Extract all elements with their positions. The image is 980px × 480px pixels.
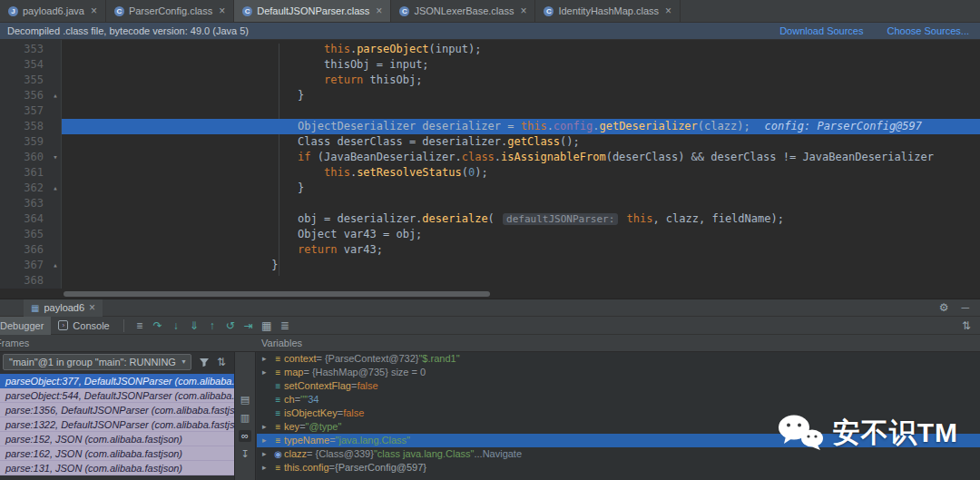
line-number[interactable]: 358 — [0, 119, 44, 134]
code-text: obj = deserializer.deserialze( defaultJS… — [62, 211, 784, 227]
filter-threads-icon[interactable] — [199, 357, 210, 367]
variable-row[interactable]: ≡isObjectKey = false — [257, 407, 980, 420]
close-tab-icon[interactable]: × — [665, 5, 671, 17]
line-number[interactable]: 356 — [0, 88, 44, 103]
thread-selector-dropdown[interactable]: "main"@1 in group "main": RUNNING ▼ — [3, 354, 191, 370]
chevron-down-icon: ▼ — [181, 355, 187, 369]
stack-frame-row[interactable]: parse:131, JSON (com.alibaba.fastjson) — [0, 461, 234, 475]
line-number[interactable]: 364 — [0, 211, 44, 227]
download-sources-link[interactable]: Download Sources — [779, 25, 863, 36]
editor-tab[interactable]: CDefaultJSONParser.class× — [234, 0, 391, 22]
frames-side-toolbar: ▤▥∞↧ — [234, 352, 256, 480]
debug-session-label: payload6 — [44, 302, 84, 313]
line-number[interactable]: 362 — [0, 181, 44, 196]
variable-type-icon: ≡ — [272, 352, 284, 366]
code-editor[interactable]: 353this.parseObject(input);354thisObj = … — [0, 40, 980, 289]
line-number[interactable]: 357 — [0, 103, 44, 119]
line-number[interactable]: 365 — [0, 227, 44, 242]
code-line-359: 359Class deserClass = deserializer.getCl… — [0, 134, 980, 150]
editor-tab[interactable]: Jpayload6.java× — [0, 0, 106, 22]
variable-row[interactable]: ▸≡key = "@type" — [257, 420, 980, 434]
stack-frame-row[interactable]: parse:1356, DefaultJSONParser (com.aliba… — [0, 403, 234, 417]
variable-row[interactable]: ≡setContextFlag = false — [257, 379, 980, 393]
code-token: ObjectDeserializer deserializer = — [298, 120, 521, 132]
variable-row[interactable]: ▸≡typeName = "java.lang.Class" — [257, 434, 980, 447]
line-number[interactable]: 366 — [0, 242, 44, 258]
close-tab-icon[interactable]: × — [376, 5, 382, 17]
line-number[interactable]: 353 — [0, 42, 44, 57]
hide-toolwindow-icon[interactable]: ─ — [961, 301, 969, 314]
line-number[interactable]: 354 — [0, 57, 44, 73]
expand-arrow-icon[interactable]: ▸ — [262, 434, 272, 447]
fold-down-icon[interactable]: ▾ — [50, 150, 61, 165]
variable-row[interactable]: ▸≡this.config = {ParserConfig@597} — [257, 461, 980, 475]
debug-session-tab[interactable]: ▦ payload6 × — [24, 299, 103, 317]
editor-tab[interactable]: CParserConfig.class× — [106, 0, 234, 22]
code-line-358: 358ObjectDeserializer deserializer = thi… — [0, 119, 980, 134]
more-options-icon[interactable]: ≣ — [276, 317, 294, 335]
line-number[interactable]: 363 — [0, 196, 44, 211]
scroll-to-selection-icon[interactable]: ↧ — [240, 448, 249, 460]
debugger-inline-value: config: ParserConfig@597 — [765, 119, 922, 134]
step-out-icon[interactable]: ↑ — [203, 317, 221, 335]
line-number[interactable]: 359 — [0, 134, 44, 150]
step-over-icon[interactable]: ↷ — [149, 317, 167, 335]
tab-debugger[interactable]: Debugger — [0, 317, 51, 335]
line-number[interactable]: 367 — [0, 258, 44, 273]
code-token: ( — [462, 166, 468, 179]
close-tab-icon[interactable]: × — [520, 5, 526, 17]
copy-stack-icon[interactable]: ▤ — [240, 394, 250, 406]
expand-arrow-icon[interactable]: ▸ — [262, 366, 272, 379]
stack-frame-row[interactable]: parseObject:377, DefaultJSONParser (com.… — [0, 374, 234, 388]
expand-arrow-icon[interactable]: ▸ — [262, 352, 272, 366]
line-number[interactable]: 360 — [0, 150, 44, 165]
stack-frame-row[interactable]: parseObject:544, DefaultJSONParser (com.… — [0, 388, 234, 403]
editor-tab-label: JSONLexerBase.class — [414, 5, 514, 16]
code-token: deserialze — [422, 212, 487, 225]
variable-row[interactable]: ▸≡map = {HashMap@735} size = 0 — [257, 366, 980, 379]
step-into-icon[interactable]: ↓ — [167, 317, 185, 335]
fold-up-icon[interactable]: ▴ — [50, 181, 61, 196]
toolbar-more-icon[interactable]: ⇅ — [962, 319, 980, 332]
restore-layout-icon[interactable]: ≡ — [131, 317, 149, 335]
expand-arrow-icon[interactable]: ▸ — [262, 447, 272, 461]
expand-arrow-icon[interactable]: ▸ — [262, 420, 272, 434]
editor-tab[interactable]: CJSONLexerBase.class× — [391, 0, 535, 22]
line-number[interactable]: 355 — [0, 73, 44, 88]
variable-type-icon: ≡ — [272, 461, 284, 475]
editor-tab[interactable]: CIdentityHashMap.class× — [535, 0, 681, 22]
stack-frame-row[interactable]: parse:162, JSON (com.alibaba.fastjson) — [0, 446, 234, 461]
line-number[interactable]: 361 — [0, 165, 44, 181]
tab-console[interactable]: › Console — [51, 317, 116, 335]
fold-up-icon[interactable]: ▴ — [50, 88, 61, 103]
close-tab-icon[interactable]: × — [219, 5, 225, 17]
variable-row[interactable]: ≡ch = '"' 34 — [257, 393, 980, 407]
choose-sources-link[interactable]: Choose Sources... — [887, 25, 970, 36]
evaluate-expression-icon[interactable]: ▦ — [258, 317, 276, 335]
drop-frame-icon[interactable]: ↺ — [221, 317, 240, 335]
close-session-icon[interactable]: × — [89, 301, 95, 314]
variable-type-icon: ≡ — [272, 407, 284, 420]
fold-up-icon[interactable]: ▴ — [50, 258, 61, 273]
navigate-link[interactable]: Navigate — [483, 447, 522, 461]
variable-type-icon: ≡ — [272, 379, 284, 393]
variable-value: {ParserConfig@597} — [335, 461, 426, 475]
force-step-into-icon[interactable]: ⇓ — [185, 317, 203, 335]
thread-options-icon[interactable]: ⇅ — [217, 354, 226, 370]
stack-frame-row[interactable]: parse:152, JSON (com.alibaba.fastjson) — [0, 432, 234, 446]
variable-row[interactable]: ▸≡context = {ParseContext@732} "$.rand1" — [257, 352, 980, 366]
variable-type-icon: ≡ — [272, 434, 284, 447]
line-number[interactable]: 368 — [0, 273, 44, 289]
close-tab-icon[interactable]: × — [91, 5, 97, 17]
editor-hscrollbar-track[interactable] — [0, 289, 980, 299]
settings-gear-icon[interactable]: ⚙ — [939, 301, 949, 314]
run-to-cursor-icon[interactable]: ⇥ — [240, 317, 258, 335]
editor-hscrollbar-thumb[interactable] — [64, 291, 490, 297]
compare-stack-icon[interactable]: ▥ — [240, 412, 250, 424]
variable-row[interactable]: ▸◉clazz = {Class@339} "class java.lang.C… — [257, 447, 980, 461]
console-icon: › — [58, 320, 68, 330]
variable-type-icon: ≡ — [272, 420, 284, 434]
show-return-values-icon[interactable]: ∞ — [239, 430, 251, 442]
stack-frame-row[interactable]: parse:1322, DefaultJSONParser (com.aliba… — [0, 417, 234, 432]
expand-arrow-icon[interactable]: ▸ — [262, 461, 272, 475]
